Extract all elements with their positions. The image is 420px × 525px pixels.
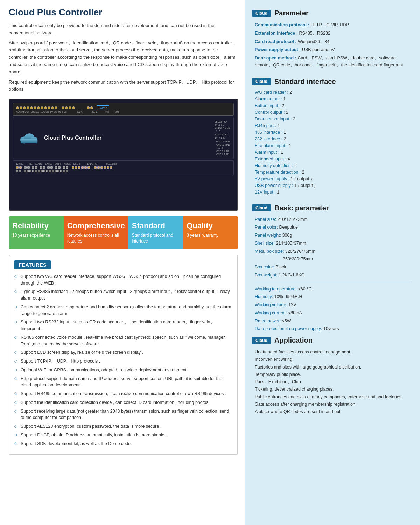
basic-param-header: Cloud Basic parameter [252, 204, 413, 212]
basic-param-row: Metal box size: 320*270*75mm [255, 248, 410, 255]
basic-param-row: Shell size: 214*105*37mm [255, 240, 410, 247]
banner-quality: Quality 3 years' warranty [183, 216, 238, 249]
bp-label: Rated power: [255, 318, 281, 323]
spec-row: 12V input : 1 [255, 190, 410, 195]
bp-val: 214*105*37mm [275, 241, 306, 246]
spec-val: 1 [281, 150, 283, 155]
spec-val: 1 ( output ) [294, 183, 315, 188]
bp-val: <60 ℃ [297, 287, 312, 292]
spec-val: 2 [294, 163, 297, 168]
application-item: Ticketing, decentralized charging places… [255, 386, 410, 393]
banner-reliability: Reliability 18 years experience [9, 216, 64, 249]
basic-param-row: Data protection if no power supply: 10ye… [255, 326, 410, 332]
features-section: FEATURES Support two WG card reader inte… [9, 255, 238, 455]
spec-label: 232 interface : [255, 136, 282, 141]
application-item: Unattended facilities access control man… [255, 349, 410, 356]
bp-label: Working voltage: [255, 302, 287, 307]
feature-item: 1 group RS485 interface , 2 groups butto… [14, 288, 232, 302]
bp-label: Box weight: [255, 273, 278, 278]
bp-label: Panel size: [255, 217, 276, 222]
features-title: FEATURES [14, 260, 51, 269]
basic-param-row: 350*280*75mm [255, 256, 410, 262]
param-row: Door open method : Card、PSW、card+PSW、dou… [255, 55, 410, 69]
bp-label: Panel weight: [255, 233, 281, 238]
spec-val: 1 ( output ) [291, 176, 312, 181]
application-item: Park、Exhibition、Club [255, 378, 410, 386]
feature-item: Support AES128 encryption, custom passwo… [14, 423, 232, 430]
basic-param-row: Working current: <80mA [255, 310, 410, 316]
application-item: A place where QR codes are sent in and o… [255, 408, 410, 415]
spec-row: Alarm output : 1 [255, 97, 410, 102]
bp-label: Humidity: [255, 294, 273, 299]
spec-label: Alarm input : [255, 150, 279, 155]
basic-param-row: Humidity: 10%--95%R.H [255, 294, 410, 300]
bp-val: Deepblue [278, 225, 298, 230]
spec-label: 12V input : [255, 190, 276, 195]
spec-row: WG card reader : 2 [255, 90, 410, 95]
bp-val: 12V [287, 302, 296, 307]
param-row: Communication protocol : HTTP, TCP/IP, U… [255, 21, 410, 28]
bp-val: 210*125*22mm [276, 217, 308, 222]
feature-item: Can connect 2 groups temperature and hum… [14, 304, 232, 317]
param-label: Power supply output : [255, 47, 301, 52]
spec-val: 1 [289, 143, 291, 148]
bp-label: Box color: [255, 265, 274, 270]
svg-rect-3 [21, 139, 37, 143]
basic-param-row: Working voltage: 12V [255, 302, 410, 308]
spec-row: USB power supply : 1 ( output ) [255, 183, 410, 188]
feature-item: RS485 connected voice module , real-time… [14, 334, 232, 348]
param-label: Card read protocol : [255, 39, 296, 44]
standard-interface-section: WG card reader : 2Alarm output : 1Button… [252, 90, 413, 202]
param-value: RS485、RS232 [299, 31, 330, 36]
product-title: Cloud Plus Controller [9, 7, 238, 18]
basic-param-title: Basic parameter [274, 204, 329, 212]
spec-val: 2 [289, 90, 292, 95]
feature-item: Support RS485 communication transmission… [14, 391, 232, 397]
bp-val: ≤5W [281, 318, 291, 323]
spec-label: Temperature detection : [255, 170, 301, 175]
spec-val: 4 [288, 156, 290, 161]
feature-item: Http protocol support domain name and IP… [14, 376, 232, 389]
bp-label: Data protection if no power supply: [255, 326, 322, 331]
bp-val: 320*270*75mm [284, 249, 315, 254]
application-item: Inconvenient wiring. [255, 356, 410, 363]
spec-row: Humidity detection : 2 [255, 163, 410, 168]
feature-item: Support SDK development kit, as well as … [14, 441, 232, 447]
cloud-badge-param: Cloud [252, 10, 271, 17]
spec-label: Humidity detection : [255, 163, 293, 168]
spec-val: 1 [277, 190, 279, 195]
parameter-header: Cloud Parameter [252, 9, 413, 17]
spec-val: 2 [302, 170, 304, 175]
bp-label: Shell size: [255, 241, 275, 246]
feature-item: Support TCP/IP、 UDP、Http protocols . [14, 358, 232, 365]
bp-label: Panel color: [255, 225, 278, 230]
spec-label: Alarm output : [255, 97, 282, 102]
device-image: TCP/IP ALARM OUT LOCK A LOCK B 5V DC USB… [9, 99, 238, 211]
param-value: HTTP, TCP/IP, UDP [310, 22, 349, 27]
feature-item: Support DHCP, obtain IP address automati… [14, 432, 232, 439]
param-label: Door open method : [255, 56, 296, 61]
spec-val: 2 [286, 110, 288, 115]
spec-row: 485 interface : 1 [255, 130, 410, 135]
feature-item: Support the identification card collecti… [14, 399, 232, 406]
spec-label: USB power supply : [255, 183, 293, 188]
spec-val: 1 [278, 123, 280, 128]
feature-item: Support LCD screen display, realize of f… [14, 349, 232, 356]
spec-row: Door sensor input : 2 [255, 117, 410, 121]
spec-label: WG card reader : [255, 90, 288, 95]
basic-param-row: Panel size: 210*125*22mm [255, 216, 410, 223]
device-name: Cloud Plus Controller [44, 135, 102, 141]
spec-label: Fire alarm input : [255, 143, 288, 148]
application-header: Cloud Application [252, 336, 413, 344]
spec-row: 232 interface : 2 [255, 136, 410, 141]
product-description: This controller can only be provided to … [9, 22, 238, 93]
application-item: Temporary public place. [255, 371, 410, 378]
bp-label: Metal box size: [255, 249, 284, 254]
spec-label: RJ45 port : [255, 123, 276, 128]
spec-val: 2 [282, 103, 284, 108]
cloud-icon [19, 131, 40, 145]
param-label: Communication protocol : [255, 22, 309, 27]
application-item: Public entrances and exits of many compa… [255, 393, 410, 401]
spec-row: Temperature detection : 2 [255, 170, 410, 175]
feature-item: Support two RS232 input , such as QR cod… [14, 319, 232, 332]
